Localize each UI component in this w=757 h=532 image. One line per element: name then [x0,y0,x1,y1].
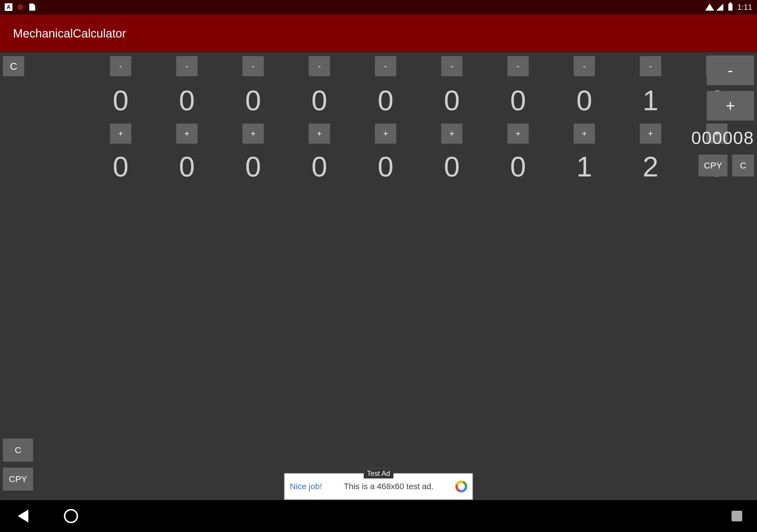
digit-column: -1+2 [640,56,661,190]
copy-accumulator-button[interactable]: CPY [698,155,727,176]
digit-column: -0+0 [441,56,463,190]
column-plus-button[interactable]: + [441,124,463,144]
wifi-icon [705,4,713,11]
ad-banner[interactable]: Test Ad Nice job! This is a 468x60 test … [284,473,473,500]
column-plus-button[interactable]: + [242,124,264,144]
clear-bottom-button[interactable]: C [3,439,33,462]
column-bottom-digit: 0 [444,144,460,190]
column-plus-button[interactable]: + [640,124,661,144]
column-bottom-digit: 0 [245,144,261,190]
nav-bar [0,500,757,532]
bottom-left-controls: C CPY [3,439,33,490]
column-bottom-digit: 0 [311,144,327,190]
column-minus-button[interactable]: - [242,56,264,76]
clear-top-button[interactable]: C [3,56,24,76]
main-area: C -0+0-0+0-0+0-0+0-0+0-0+0-0+0-0+1-1+2-6… [0,52,757,500]
digit-column: -0+0 [375,56,396,190]
app-bar: MechanicalCalculator [0,14,757,52]
column-top-digit: 0 [113,76,128,124]
column-bottom-digit: 0 [378,144,393,190]
column-plus-button[interactable]: + [507,124,529,144]
column-minus-button[interactable]: - [507,56,529,76]
column-bottom-digit: 2 [643,144,658,190]
column-plus-button[interactable]: + [176,124,197,144]
column-top-digit: 0 [510,76,526,124]
clock: 1:11 [737,3,752,12]
ad-text: This is a 468x60 test ad. [344,482,434,491]
column-minus-button[interactable]: - [110,56,131,76]
minus-accumulator-button[interactable]: - [707,56,754,85]
plus-accumulator-button[interactable]: + [707,91,754,121]
column-plus-button[interactable]: + [574,124,595,144]
column-minus-button[interactable]: - [309,56,330,76]
home-button-icon[interactable] [64,509,78,523]
battery-icon [728,4,733,11]
right-panel: - + 000008 CPY C [696,56,754,176]
column-minus-button[interactable]: - [375,56,396,76]
app-title: MechanicalCalculator [13,27,126,40]
digit-column: -0+0 [507,56,529,190]
column-bottom-digit: 0 [113,144,128,190]
back-button-icon[interactable] [18,510,28,522]
column-top-digit: 1 [643,76,658,124]
clear-accumulator-button[interactable]: C [732,155,754,176]
column-top-digit: 0 [245,76,261,124]
column-minus-button[interactable]: - [574,56,595,76]
column-minus-button[interactable]: - [176,56,197,76]
column-top-digit: 0 [444,76,460,124]
keyboard-indicator-icon: A [5,3,13,11]
column-bottom-digit: 0 [179,144,195,190]
digit-column: -0+1 [574,56,595,190]
column-plus-button[interactable]: + [110,124,131,144]
column-bottom-digit: 1 [576,144,592,190]
ad-left-text: Nice job! [290,482,322,491]
accumulator-display: 000008 [691,128,754,148]
column-top-digit: 0 [378,76,393,124]
column-minus-button[interactable]: - [441,56,463,76]
cell-signal-icon [716,4,723,11]
digit-column: -0+0 [176,56,197,190]
column-top-digit: 0 [311,76,327,124]
column-top-digit: 0 [179,76,195,124]
digit-column: -0+0 [110,56,131,190]
status-bar: A 1:11 [0,0,757,14]
admob-logo-icon [455,481,467,492]
digit-column: -0+0 [242,56,264,190]
document-icon [29,4,35,11]
column-top-digit: 0 [576,76,592,124]
recents-button-icon[interactable] [732,511,742,521]
column-bottom-digit: 0 [510,144,526,190]
digit-column: -0+0 [309,56,330,190]
column-minus-button[interactable]: - [640,56,661,76]
column-plus-button[interactable]: + [375,124,396,144]
ad-tag: Test Ad [364,468,394,479]
column-plus-button[interactable]: + [309,124,330,144]
record-icon [17,4,23,10]
copy-bottom-button[interactable]: CPY [3,468,33,490]
digit-columns: -0+0-0+0-0+0-0+0-0+0-0+0-0+0-0+1-1+2-6+8 [110,56,727,190]
